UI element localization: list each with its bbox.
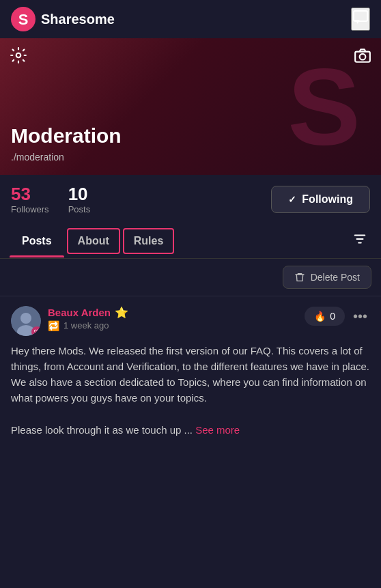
post-body-continuation: Please look through it as we touch up ..… (11, 424, 193, 436)
settings-icon-button[interactable] (10, 46, 27, 68)
following-button[interactable]: ✓ Following (271, 186, 370, 213)
star-badge-icon: ⭐ (115, 306, 128, 319)
camera-icon-button[interactable] (354, 46, 371, 68)
posts-count: 10 (68, 184, 88, 204)
post-repost-row: 🔁 1 week ago (48, 320, 305, 331)
moderator-badge: 🛡 (31, 326, 41, 336)
posts-label: Posts (68, 204, 91, 214)
svg-text:S: S (18, 11, 29, 28)
banner-background-logo: S (287, 52, 361, 161)
followers-label: Followers (11, 204, 49, 214)
stats-row: 53 Followers 10 Posts ✓ Following (0, 175, 381, 224)
tab-posts[interactable]: Posts (8, 224, 66, 258)
community-handle: ./moderation (11, 152, 64, 163)
post-body-text: Hey there Mods. We released the first ve… (11, 345, 369, 404)
community-banner: S Moderation ./moderation (0, 38, 381, 175)
delete-post-label: Delete Post (311, 272, 360, 283)
community-name: Moderation (11, 124, 122, 148)
post-card: 🛡 Beaux Arden ⭐ 🔁 1 week ago 🔥 0 ••• Hey… (0, 296, 381, 448)
following-button-label: Following (302, 193, 353, 206)
fire-count: 0 (330, 311, 335, 322)
check-icon: ✓ (288, 194, 296, 205)
tab-about[interactable]: About (67, 228, 120, 254)
svg-point-10 (20, 313, 31, 324)
tab-rules[interactable]: Rules (123, 228, 175, 254)
posts-stat: 10 Posts (68, 184, 91, 214)
post-author-row: Beaux Arden ⭐ (48, 306, 305, 319)
svg-rect-2 (354, 11, 367, 21)
svg-point-3 (16, 53, 21, 58)
fire-icon: 🔥 (314, 311, 326, 322)
delete-post-button[interactable]: Delete Post (283, 266, 371, 289)
see-more-link[interactable]: See more (195, 424, 240, 436)
tabs-row: Posts About Rules (0, 224, 381, 259)
post-actions-right: 🔥 0 ••• (305, 306, 370, 327)
actions-row: Delete Post (0, 259, 381, 296)
chat-icon-button[interactable] (351, 8, 370, 31)
followers-stat: 53 Followers (11, 184, 49, 214)
logo-area: S Sharesome (11, 7, 115, 31)
followers-count: 53 (11, 184, 31, 204)
more-options-button[interactable]: ••• (350, 306, 370, 327)
trash-icon (294, 272, 305, 283)
post-body: Hey there Mods. We released the first ve… (11, 343, 370, 438)
post-meta: Beaux Arden ⭐ 🔁 1 week ago (48, 306, 305, 331)
top-navigation: S Sharesome (0, 0, 381, 38)
repost-icon: 🔁 (48, 320, 59, 331)
svg-point-5 (360, 54, 366, 60)
post-time: 1 week ago (63, 320, 109, 331)
app-name: Sharesome (41, 12, 115, 27)
avatar: 🛡 (11, 306, 41, 336)
sharesome-logo-icon: S (11, 7, 36, 31)
post-author-name[interactable]: Beaux Arden (48, 307, 111, 318)
filter-icon-button[interactable] (347, 226, 373, 255)
fire-reaction-button[interactable]: 🔥 0 (305, 307, 345, 326)
post-header: 🛡 Beaux Arden ⭐ 🔁 1 week ago 🔥 0 ••• (11, 306, 370, 336)
